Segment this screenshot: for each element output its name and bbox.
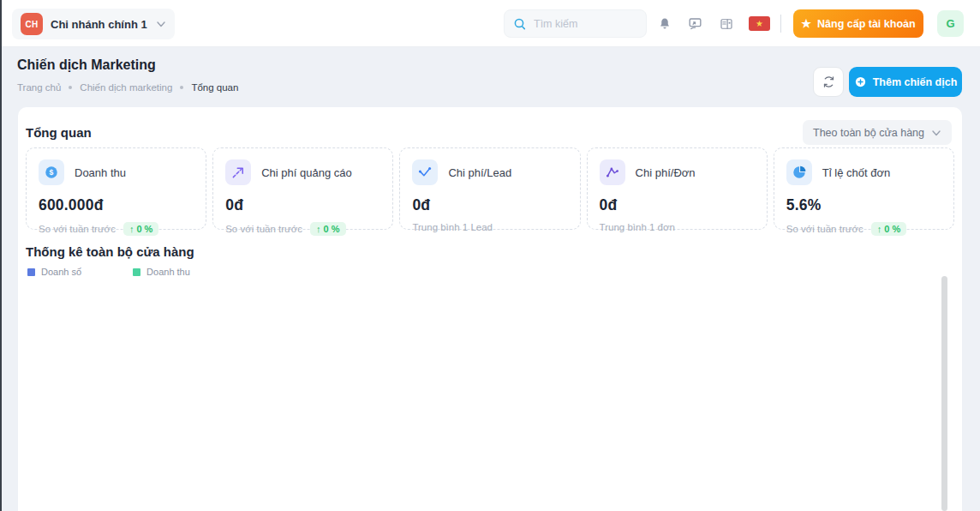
- branch-badge: CH: [21, 13, 43, 35]
- stat-value: 0đ: [600, 196, 755, 214]
- upgrade-label: Nâng cấp tài khoản: [817, 18, 916, 30]
- search-input[interactable]: [534, 18, 628, 30]
- store-filter-dropdown[interactable]: Theo toàn bộ cửa hàng: [803, 120, 952, 145]
- add-campaign-label: Thêm chiến dịch: [873, 76, 958, 88]
- stat-value: 0đ: [225, 196, 380, 214]
- search-box[interactable]: [504, 9, 647, 38]
- stat-footer-text: So với tuần trước: [225, 224, 302, 234]
- peak-chart-icon: [600, 159, 625, 185]
- stats-row: $ Doanh thu 600.000đ So với tuần trước ↑…: [26, 147, 954, 230]
- breadcrumb: Trang chủ Chiến dịch marketing Tổng quan: [17, 82, 238, 93]
- stat-value: 0đ: [412, 196, 567, 214]
- breadcrumb-campaigns[interactable]: Chiến dịch marketing: [80, 82, 172, 93]
- trend-up-icon: [225, 159, 251, 185]
- breadcrumb-home[interactable]: Trang chủ: [17, 82, 61, 93]
- stat-label: Chi phí/Lead: [448, 166, 511, 179]
- overview-panel: Tổng quan Theo toàn bộ cửa hàng $ Doanh …: [18, 107, 962, 511]
- overview-title: Tổng quan: [26, 125, 92, 140]
- news-icon[interactable]: [718, 15, 734, 32]
- stat-label: Tỉ lệ chốt đơn: [822, 166, 890, 179]
- branch-selector[interactable]: CH Chi nhánh chính 1: [12, 9, 175, 39]
- topbar-divider: [780, 15, 781, 33]
- branch-name: Chi nhánh chính 1: [51, 18, 148, 31]
- chart-area: [26, 279, 942, 502]
- page-header: Chiến dịch Marketing Trang chủ Chiến dịc…: [0, 47, 980, 107]
- stat-value: 5.6%: [786, 196, 941, 214]
- flag-vietnam-icon[interactable]: ★: [749, 16, 770, 31]
- notification-bell-icon[interactable]: [656, 15, 672, 32]
- page-title: Chiến dịch Marketing: [17, 57, 156, 73]
- breadcrumb-separator: [69, 86, 72, 89]
- stat-label: Doanh thu: [75, 166, 126, 179]
- upgrade-account-button[interactable]: ★ Nâng cấp tài khoản: [793, 9, 923, 38]
- stat-footer-text: Trung bình 1 đơn: [600, 222, 675, 232]
- legend-label: Doanh thu: [146, 267, 190, 277]
- store-filter-label: Theo toàn bộ cửa hàng: [813, 127, 924, 139]
- stat-label: Chi phí/Đơn: [636, 166, 696, 179]
- screen-share-icon[interactable]: [687, 15, 703, 32]
- plus-circle-icon: [854, 75, 867, 88]
- refresh-button[interactable]: [813, 67, 844, 97]
- search-icon: [513, 17, 527, 31]
- vertical-scrollbar-thumb[interactable]: [941, 276, 947, 511]
- stat-value: 600.000đ: [39, 196, 194, 214]
- stat-trend-badge: ↑ 0 %: [871, 222, 906, 236]
- stat-card-revenue[interactable]: $ Doanh thu 600.000đ So với tuần trước ↑…: [26, 147, 206, 230]
- stat-trend-badge: ↑ 0 %: [123, 222, 158, 236]
- svg-text:$: $: [50, 168, 54, 177]
- stat-footer-text: So với tuần trước: [39, 224, 116, 234]
- arrow-up-icon: ↑: [877, 224, 882, 234]
- legend-item-sales[interactable]: Doanh số: [27, 267, 81, 277]
- window-edge: [0, 0, 2, 511]
- breadcrumb-current: Tổng quan: [191, 82, 238, 93]
- legend-swatch-revenue: [133, 268, 140, 276]
- line-chart-icon: [412, 159, 438, 185]
- dollar-circle-icon: $: [39, 159, 64, 185]
- topbar-icons: ★: [656, 0, 770, 47]
- chevron-down-icon: [156, 19, 166, 29]
- stat-footer-text: So với tuần trước: [786, 224, 863, 234]
- arrow-up-icon: ↑: [316, 224, 321, 234]
- arrow-up-icon: ↑: [129, 224, 134, 234]
- chart-legend: Doanh số Doanh thu: [27, 267, 190, 277]
- pie-chart-icon: [786, 159, 812, 185]
- stat-label: Chi phí quảng cáo: [261, 166, 352, 179]
- topbar: CH Chi nhánh chính 1: [0, 0, 980, 47]
- legend-swatch-sales: [27, 268, 35, 276]
- add-campaign-button[interactable]: Thêm chiến dịch: [849, 67, 962, 97]
- star-icon: ★: [801, 18, 811, 29]
- breadcrumb-separator: [180, 86, 183, 89]
- stat-card-ad-cost[interactable]: Chi phí quảng cáo 0đ So với tuần trước ↑…: [212, 147, 393, 230]
- legend-label: Doanh số: [41, 267, 81, 277]
- legend-item-revenue[interactable]: Doanh thu: [133, 267, 190, 277]
- app-window: CH Chi nhánh chính 1: [0, 0, 980, 511]
- stat-card-cost-per-order[interactable]: Chi phí/Đơn 0đ Trung bình 1 đơn: [587, 147, 768, 230]
- stat-card-cost-per-lead[interactable]: Chi phí/Lead 0đ Trung bình 1 Lead: [399, 147, 580, 230]
- user-avatar[interactable]: G: [937, 10, 964, 37]
- refresh-icon: [822, 75, 835, 88]
- chevron-down-icon: [931, 128, 941, 138]
- stat-card-close-rate[interactable]: Tỉ lệ chốt đơn 5.6% So với tuần trước ↑ …: [774, 147, 954, 230]
- statistics-title: Thống kê toàn bộ cửa hàng: [26, 244, 194, 259]
- stat-trend-badge: ↑ 0 %: [310, 222, 345, 236]
- stat-footer-text: Trung bình 1 Lead: [412, 222, 493, 232]
